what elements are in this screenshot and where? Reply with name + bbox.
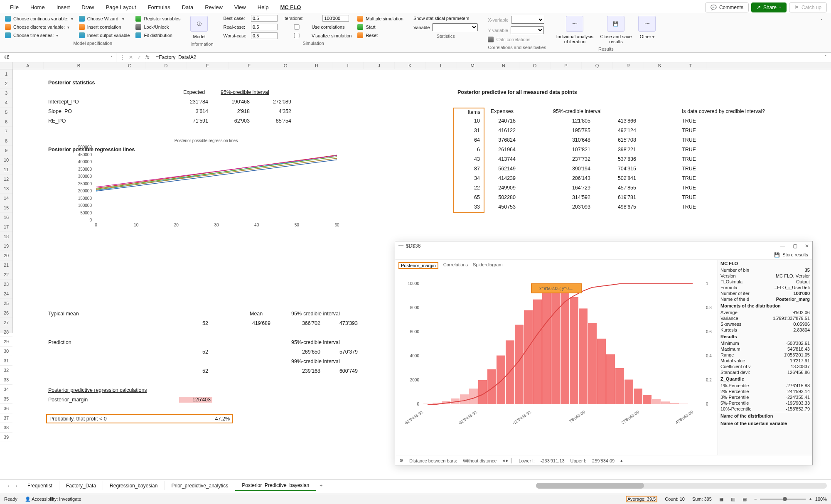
other[interactable]: 〰 [638, 16, 656, 32]
zoom-out[interactable]: − [754, 497, 757, 502]
col-I[interactable]: I [332, 62, 364, 69]
maximize-icon[interactable]: ▢ [793, 243, 797, 249]
col-K[interactable]: K [395, 62, 426, 69]
col-O[interactable]: O [519, 62, 551, 69]
stats-variable[interactable]: Variable [413, 23, 478, 31]
sheet-post[interactable]: Posterior_Predictive_bayesian [235, 481, 316, 491]
col-P[interactable]: P [551, 62, 582, 69]
minimize-icon[interactable]: — [780, 243, 785, 249]
start-sim[interactable]: Start [357, 24, 403, 30]
cancel-icon[interactable]: ✕ [129, 54, 133, 60]
settings-icon[interactable]: ⚙ [399, 458, 403, 463]
tab-pagelayout[interactable]: Page Layout [100, 2, 142, 13]
tab-insert[interactable]: Insert [51, 2, 76, 13]
zoom-slider[interactable] [760, 499, 806, 500]
col-S[interactable]: S [644, 62, 675, 69]
multi-sim[interactable]: Multiple simulation [357, 16, 403, 22]
show-stats[interactable]: Show statistical parameters [413, 16, 478, 21]
view-page-icon[interactable]: ▥ [731, 497, 735, 502]
calc-corr[interactable]: Calc correlations [488, 37, 544, 42]
col-G[interactable]: G [270, 62, 301, 69]
prev-sheet[interactable]: ‹ [4, 482, 12, 489]
choose-wizard[interactable]: Choose Wizard:▾ [79, 16, 130, 22]
chevron-down-icon[interactable]: ˅ [111, 55, 113, 60]
insert-correlation[interactable]: Insert correlation [79, 24, 130, 30]
ll-value[interactable]: -233'911.13 [541, 458, 565, 463]
accessibility[interactable]: 👤 Accessibility: Investigate [25, 497, 81, 502]
sheet-factory[interactable]: Factory_Data [59, 481, 103, 490]
col-B[interactable]: B [44, 62, 114, 69]
indiv-analysis[interactable]: 〰 [566, 16, 583, 32]
model-button[interactable]: ⓘ [190, 16, 208, 32]
tab-data[interactable]: Data [176, 2, 199, 13]
expand-icon[interactable]: ˅ [820, 53, 831, 62]
usecorr-check[interactable] [283, 24, 310, 30]
col-D[interactable]: D [145, 62, 187, 69]
tab-file[interactable]: File [4, 2, 25, 13]
hscroll[interactable] [536, 483, 827, 489]
next-sheet[interactable]: › [12, 482, 21, 489]
col-L[interactable]: L [426, 62, 457, 69]
col-E[interactable]: E [187, 62, 229, 69]
lock-unlock[interactable]: Lock/Unlock [135, 24, 180, 30]
select-all[interactable] [0, 62, 12, 69]
iter-input[interactable] [322, 15, 349, 22]
tab-draw[interactable]: Draw [76, 2, 100, 13]
xvar-select[interactable] [511, 16, 544, 24]
reset-sim[interactable]: Reset [357, 32, 403, 38]
ul-value[interactable]: 259'834.09 [592, 458, 615, 463]
formula-input[interactable]: =Factory_Data!A2 [152, 53, 820, 62]
store-results[interactable]: Store results [782, 252, 808, 258]
tab-formulas[interactable]: Formulas [142, 2, 176, 13]
tab-help[interactable]: Help [252, 2, 275, 13]
register-vars[interactable]: Register variables [135, 16, 180, 22]
fit-dist[interactable]: Fit distribution [135, 32, 180, 38]
dlg-tab-spider[interactable]: Spiderdiagram [473, 262, 503, 269]
comments-button[interactable]: 💬Comments [705, 2, 749, 12]
col-A[interactable]: A [12, 62, 44, 69]
col-T[interactable]: T [675, 62, 706, 69]
stats-select[interactable] [432, 23, 478, 31]
insert-output[interactable]: Insert output variable [79, 32, 130, 38]
yvar-select[interactable] [511, 26, 544, 34]
col-N[interactable]: N [488, 62, 519, 69]
col-J[interactable]: J [364, 62, 395, 69]
worst-input[interactable] [251, 32, 278, 39]
up-icon[interactable]: ▴ [620, 458, 623, 463]
dlg-tab-pm[interactable]: Posterior_margin [398, 262, 438, 269]
view-normal-icon[interactable]: ▦ [719, 497, 723, 502]
col-C[interactable]: C [114, 62, 145, 69]
choose-discrete[interactable]: Choose discrete variable:▾ [5, 24, 73, 30]
view-break-icon[interactable]: ▤ [742, 497, 747, 502]
col-H[interactable]: H [301, 62, 332, 69]
share-button[interactable]: ↗Share▾ [751, 2, 787, 12]
add-sheet[interactable]: + [316, 482, 326, 489]
dist-value[interactable]: Without distance [463, 458, 497, 463]
sheet-freq[interactable]: Frequentist [21, 481, 59, 490]
catchup-button[interactable]: ⚑Catch up [789, 2, 827, 12]
zoom-in[interactable]: + [809, 497, 811, 502]
accept-icon[interactable]: ✓ [137, 54, 141, 60]
col-R[interactable]: R [613, 62, 644, 69]
fx-icon[interactable]: fx [145, 54, 149, 60]
name-box[interactable]: K6 [3, 54, 10, 60]
col-F[interactable]: F [229, 62, 270, 69]
tab-review[interactable]: Review [199, 2, 229, 13]
close-save[interactable]: 💾 [607, 16, 624, 32]
ribbon-collapse[interactable]: ˅ [817, 15, 826, 52]
col-M[interactable]: M [457, 62, 488, 69]
tab-mcflo[interactable]: MC FLO [275, 2, 307, 13]
tab-home[interactable]: Home [25, 2, 51, 13]
choose-continuous[interactable]: Choose continous variable:▾ [5, 16, 73, 22]
sheet-regbayes[interactable]: Regression_bayesian [103, 481, 165, 490]
vizsim-check[interactable] [283, 33, 310, 38]
choose-timeseries[interactable]: Choose time series:▾ [5, 32, 73, 38]
sheet-prior[interactable]: Prior_predictive_analytics [165, 481, 235, 490]
dlg-tab-corr[interactable]: Correlations [443, 262, 468, 269]
tab-view[interactable]: View [229, 2, 252, 13]
zoom-level[interactable]: 100% [815, 497, 827, 502]
real-input[interactable] [251, 24, 278, 30]
best-input[interactable] [251, 15, 278, 22]
col-Q[interactable]: Q [582, 62, 613, 69]
close-icon[interactable]: ✕ [805, 243, 809, 249]
